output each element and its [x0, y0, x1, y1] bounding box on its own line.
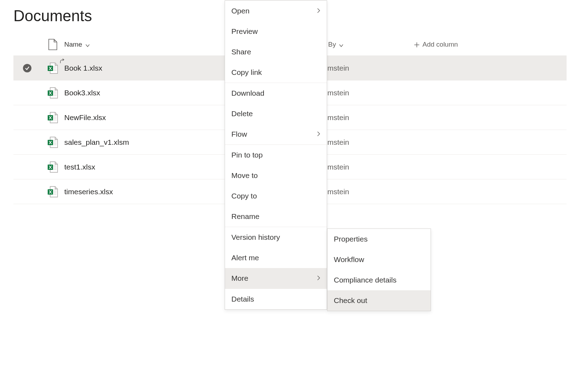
context-menu: Open Preview Share Copy link Download De… — [225, 0, 327, 310]
menu-item-label: Alert me — [231, 254, 259, 262]
menu-item-pin-to-top[interactable]: Pin to top — [225, 145, 327, 165]
menu-item-label: Open — [231, 7, 249, 15]
menu-item-label: Copy link — [231, 68, 262, 77]
menu-item-label: Pin to top — [231, 151, 263, 159]
chevron-down-icon — [339, 42, 344, 47]
menu-item-delete[interactable]: Delete — [225, 103, 327, 124]
file-name[interactable]: test1.xlsx — [64, 163, 95, 171]
menu-item-label: Compliance details — [334, 276, 396, 284]
menu-item-label: Preview — [231, 27, 258, 36]
excel-file-icon — [47, 186, 58, 198]
menu-item-label: Version history — [231, 233, 280, 242]
menu-item-alert-me[interactable]: Alert me — [225, 248, 327, 268]
file-name[interactable]: NewFile.xlsx — [64, 113, 106, 122]
excel-file-icon — [47, 87, 58, 99]
menu-item-more[interactable]: More — [225, 268, 327, 289]
menu-item-flow[interactable]: Flow — [225, 124, 327, 144]
menu-item-label: Download — [231, 89, 264, 97]
file-name[interactable]: timeseries.xlsx — [64, 188, 113, 196]
menu-item-label: Workflow — [334, 255, 364, 264]
add-column-label: Add column — [422, 41, 458, 48]
menu-item-label: Move to — [231, 171, 258, 180]
menu-item-label: Properties — [334, 235, 368, 243]
more-submenu: Properties Workflow Compliance details C… — [327, 228, 431, 311]
plus-icon — [414, 42, 420, 47]
menu-item-label: Share — [231, 48, 251, 56]
menu-item-move-to[interactable]: Move to — [225, 165, 327, 186]
menu-item-workflow[interactable]: Workflow — [327, 249, 431, 270]
menu-item-label: Check out — [334, 296, 367, 305]
file-name[interactable]: Book3.xlsx — [64, 89, 100, 97]
chevron-right-icon — [317, 274, 320, 283]
menu-item-details[interactable]: Details — [225, 289, 327, 309]
file-name[interactable]: Book 1.xlsx — [64, 64, 102, 72]
menu-item-label: Details — [231, 295, 254, 303]
chevron-right-icon — [317, 7, 320, 15]
menu-item-label: Flow — [231, 130, 247, 138]
menu-item-share[interactable]: Share — [225, 42, 327, 62]
column-header-name[interactable]: Name — [64, 41, 90, 48]
menu-item-download[interactable]: Download — [225, 83, 327, 103]
menu-item-label: Rename — [231, 212, 259, 221]
excel-file-icon — [47, 161, 58, 173]
file-type-icon — [48, 39, 57, 50]
svg-point-0 — [54, 40, 55, 41]
share-arrow-icon — [59, 58, 65, 63]
column-header-name-label: Name — [64, 41, 82, 48]
add-column-button[interactable]: Add column — [414, 41, 458, 48]
menu-item-copy-link[interactable]: Copy link — [225, 62, 327, 83]
menu-item-check-out[interactable]: Check out — [327, 290, 431, 311]
menu-item-label: Copy to — [231, 192, 257, 200]
menu-item-preview[interactable]: Preview — [225, 21, 327, 42]
menu-item-compliance-details[interactable]: Compliance details — [327, 270, 431, 290]
chevron-down-icon — [85, 42, 90, 47]
menu-item-label: More — [231, 274, 248, 283]
excel-file-icon — [47, 112, 58, 124]
menu-item-version-history[interactable]: Version history — [225, 227, 327, 248]
menu-item-open[interactable]: Open — [225, 1, 327, 21]
chevron-right-icon — [317, 130, 320, 138]
excel-file-icon — [47, 136, 58, 148]
menu-item-properties[interactable]: Properties — [327, 229, 431, 249]
excel-file-icon — [47, 62, 58, 74]
menu-item-rename[interactable]: Rename — [225, 206, 327, 227]
menu-item-copy-to[interactable]: Copy to — [225, 186, 327, 206]
check-circle-icon[interactable] — [23, 64, 31, 72]
menu-item-label: Delete — [231, 109, 253, 118]
file-name[interactable]: sales_plan_v1.xlsm — [64, 138, 129, 147]
